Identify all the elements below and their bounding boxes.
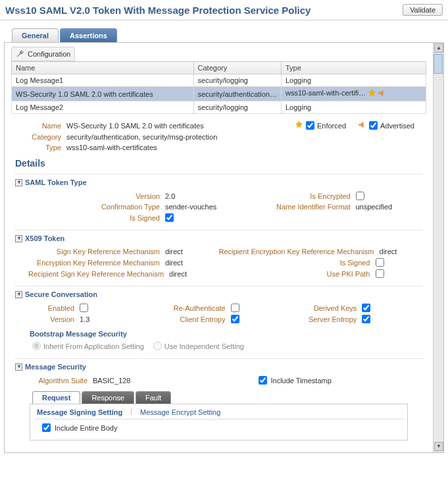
scroll-up-icon[interactable]: ▲ <box>434 43 443 53</box>
x509-signkey-label: Sign Key Reference Mechanism <box>28 248 160 255</box>
tab-request[interactable]: Request <box>32 391 80 404</box>
x509-recenc-label: Recipient Encryption Key Reference Mecha… <box>219 248 374 255</box>
subtab-encrypt[interactable]: Message Encrypt Setting <box>137 407 223 417</box>
star-icon <box>368 89 376 99</box>
horn-icon <box>358 120 366 130</box>
secure-version-value: 1.3 <box>80 315 89 323</box>
x509-enckey-value: direct <box>165 259 183 267</box>
saml-signed-label: Is Signed <box>28 214 160 222</box>
details-heading: Details <box>15 158 422 169</box>
tab-assertions[interactable]: Assertions <box>60 28 117 42</box>
tab-general[interactable]: General <box>12 28 59 42</box>
type-label: Type <box>23 144 61 151</box>
secure-reauth-checkbox[interactable] <box>231 304 239 312</box>
configuration-toolbar[interactable]: Configuration <box>11 47 75 61</box>
chevron-down-icon[interactable]: ▾ <box>15 291 22 298</box>
secure-server-label: Server Entropy <box>278 315 357 323</box>
tab-fault[interactable]: Fault <box>136 391 171 404</box>
entirebody-checkbox[interactable] <box>42 423 51 432</box>
category-value: security/authentication, security/msg-pr… <box>66 133 217 141</box>
bootstrap-heading: Bootstrap Message Security <box>30 330 408 338</box>
entirebody-label: Include Entire Body <box>55 424 117 432</box>
tab-response[interactable]: Response <box>82 391 134 404</box>
timestamp-checkbox[interactable] <box>259 376 267 385</box>
saml-encrypted-label: Is Encrypted <box>219 192 351 200</box>
x509-pki-label: Use PKI Path <box>219 270 370 278</box>
x509-signkey-value: direct <box>165 248 183 255</box>
subtab-signing[interactable]: Message Signing Setting <box>34 407 125 417</box>
col-category[interactable]: Category <box>193 62 281 74</box>
advertised-checkbox[interactable] <box>369 121 378 130</box>
star-icon <box>295 120 303 130</box>
section-saml-title: SAML Token Type <box>25 178 87 186</box>
category-label: Category <box>23 133 61 141</box>
x509-pki-checkbox[interactable] <box>376 269 384 278</box>
divider: | <box>130 407 132 417</box>
type-value: wss10-saml-with-certificates <box>66 144 157 151</box>
horn-icon <box>378 89 386 99</box>
x509-recenc-value: direct <box>380 248 397 255</box>
name-value: WS-Security 1.0 SAML 2.0 with certificat… <box>66 122 204 130</box>
secure-derived-label: Derived Keys <box>278 304 357 312</box>
independent-radio[interactable]: Use Independent Setting <box>153 342 244 350</box>
chevron-down-icon[interactable]: ▾ <box>15 179 22 186</box>
x509-signed-label: Is Signed <box>219 259 370 267</box>
x509-enckey-label: Encryption Key Reference Mechanism <box>28 259 160 267</box>
x509-recsign-label: Recipient Sign Key Reference Mechanism <box>28 270 164 278</box>
wrench-icon <box>16 49 25 59</box>
section-secure-title: Secure Conversation <box>25 290 97 298</box>
secure-enabled-label: Enabled <box>28 304 74 312</box>
configuration-label: Configuration <box>28 50 70 58</box>
algo-value: BASIC_128 <box>93 377 130 385</box>
secure-version-label: Version <box>28 315 74 323</box>
saml-nif-label: Name Identifier Format <box>219 203 351 211</box>
inherit-radio[interactable]: Inherit From Application Setting <box>32 342 144 350</box>
secure-enabled-checkbox[interactable] <box>80 304 88 312</box>
secure-reauth-label: Re-Authenticate <box>147 304 226 312</box>
table-row[interactable]: WS-Security 1.0 SAML 2.0 with certificat… <box>12 87 426 101</box>
saml-encrypted-checkbox[interactable] <box>356 192 364 200</box>
enforced-label: Enforced <box>317 122 346 130</box>
vertical-scrollbar[interactable]: ▲ ▼ <box>433 43 443 452</box>
table-row[interactable]: Log Message1security/loggingLogging <box>12 74 426 87</box>
x509-signed-checkbox[interactable] <box>376 258 384 267</box>
scroll-down-icon[interactable]: ▼ <box>434 442 443 451</box>
page-title: Wss10 SAML V2.0 Token With Message Prote… <box>5 5 311 16</box>
saml-conf-value: sender-vouches <box>165 203 216 211</box>
scroll-thumb[interactable] <box>434 54 443 74</box>
section-msgsec-title: Message Security <box>25 363 86 371</box>
name-label: Name <box>23 122 61 130</box>
secure-derived-checkbox[interactable] <box>362 304 370 312</box>
secure-client-label: Client Entropy <box>147 315 226 323</box>
chevron-down-icon[interactable]: ▾ <box>15 235 22 242</box>
section-x509-title: X509 Token <box>25 234 64 242</box>
chevron-down-icon[interactable]: ▾ <box>15 363 22 371</box>
saml-signed-checkbox[interactable] <box>165 213 174 222</box>
advertised-label: Advertised <box>380 122 414 130</box>
x509-recsign-value: direct <box>169 270 187 278</box>
table-row[interactable]: Log Message2security/loggingLogging <box>12 101 426 114</box>
algo-label: Algorithm Suite <box>28 377 87 385</box>
saml-version-label: Version <box>28 192 160 200</box>
saml-version-value: 2.0 <box>165 192 175 200</box>
validate-button[interactable]: Validate <box>403 4 443 16</box>
secure-client-checkbox[interactable] <box>231 315 239 323</box>
timestamp-label: Include Timestamp <box>271 377 332 385</box>
saml-nif-value: unspecified <box>356 203 393 211</box>
saml-conf-label: Confirmation Type <box>28 203 160 211</box>
secure-server-checkbox[interactable] <box>362 315 370 323</box>
col-type[interactable]: Type <box>282 62 426 74</box>
col-name[interactable]: Name <box>12 62 194 74</box>
assertions-table: Name Category Type Log Message1security/… <box>11 61 426 114</box>
enforced-checkbox[interactable] <box>306 121 314 130</box>
